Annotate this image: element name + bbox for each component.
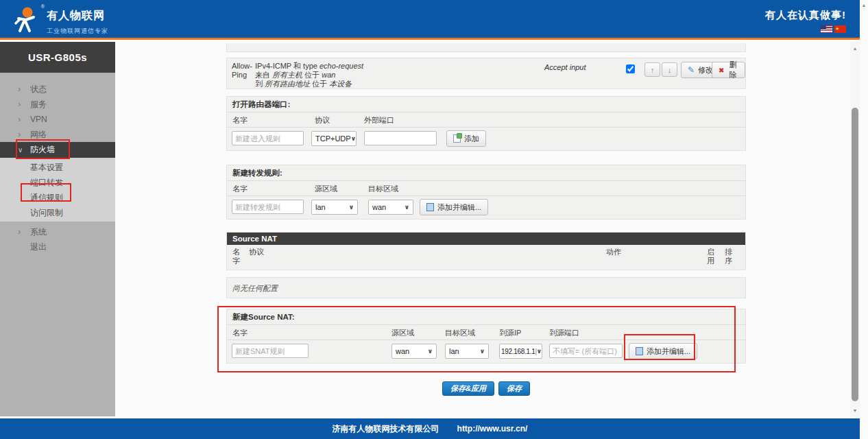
add-edit-snat-button[interactable]: 添加并编辑... xyxy=(629,343,697,359)
col-name: 名字 xyxy=(232,115,248,126)
snat-to-src-ip-combo[interactable]: 192.168.1.1 | ∨ xyxy=(499,344,542,359)
add-edit-forward-button[interactable]: 添加并编辑... xyxy=(420,199,488,215)
rule-enable-checkbox[interactable] xyxy=(626,64,635,73)
sidebar-item-label: 基本设置 xyxy=(30,162,63,174)
cn-flag-icon[interactable] xyxy=(834,25,846,33)
chevron-right-icon: › xyxy=(18,130,30,139)
sidebar-item-vpn[interactable]: › VPN xyxy=(0,112,115,127)
sidebar-item-traffic-rules[interactable]: 通信规则 xyxy=(0,190,115,205)
sidebar-item-system[interactable]: › 系统 xyxy=(0,224,115,239)
sidebar-item-label: 网络 xyxy=(30,129,47,141)
chevron-down-icon: ∨ xyxy=(537,348,542,355)
scroll-up-icon[interactable]: ▲ xyxy=(860,3,868,8)
content-scrollbar[interactable]: ▲ ▼ xyxy=(850,42,860,418)
move-up-button[interactable]: ↑ xyxy=(644,62,660,77)
brand-block: 有人物联网 工业物联网通信专家 xyxy=(47,9,108,36)
col-action: 动作 xyxy=(606,248,621,257)
pencil-icon: ✎ xyxy=(688,65,695,75)
col-to-src-port: 到源端口 xyxy=(549,328,579,338)
chevron-right-icon: › xyxy=(18,228,30,236)
sidebar-item-label: 防火墙 xyxy=(30,144,55,156)
col-enable: 启用 xyxy=(707,248,716,265)
source-nat-title: Source NAT xyxy=(227,233,745,245)
usr-logo-icon: ® xyxy=(9,5,43,36)
src-zone-select[interactable]: lan ∨ xyxy=(311,200,358,215)
dst-zone-select[interactable]: wan ∨ xyxy=(368,200,413,215)
col-dst-zone: 目标区域 xyxy=(368,184,398,194)
arrow-down-icon: ↓ xyxy=(668,66,672,74)
chevron-down-icon: ∨ xyxy=(428,348,433,355)
col-protocol: 协议 xyxy=(249,248,264,257)
us-flag-icon[interactable] xyxy=(821,25,832,33)
delete-rule-button[interactable]: ✖ 删除 xyxy=(712,62,745,78)
sidebar-item-access-limit[interactable]: 访问限制 xyxy=(0,205,115,220)
sidebar-item-label: 访问限制 xyxy=(30,207,63,219)
chevron-down-icon: ∨ xyxy=(18,146,30,154)
scroll-up-icon[interactable]: ▲ xyxy=(850,46,860,51)
add-port-rule-button[interactable]: 添加 xyxy=(446,130,486,147)
col-name: 名字 xyxy=(232,248,242,265)
sidebar-item-label: 状态 xyxy=(30,84,47,95)
slogan-block: 有人在认真做事! xyxy=(765,9,846,33)
footer-url[interactable]: http://www.usr.cn/ xyxy=(457,424,528,434)
col-sort: 排序 xyxy=(725,248,734,265)
new-snat-name-input[interactable] xyxy=(232,344,309,358)
col-ext-port: 外部端口 xyxy=(364,115,394,126)
brand-tagline: 工业物联网通信专家 xyxy=(47,27,108,36)
scrollbar-thumb[interactable] xyxy=(852,108,858,401)
save-apply-button[interactable]: 保存&应用 xyxy=(442,381,494,396)
snat-src-zone-select[interactable]: wan ∨ xyxy=(391,344,437,359)
delete-x-icon: ✖ xyxy=(719,67,724,74)
sidebar-item-label: 退出 xyxy=(30,241,47,253)
chevron-down-icon: ∨ xyxy=(405,204,409,211)
sidebar-item-port-forward[interactable]: 端口转发 xyxy=(0,175,115,190)
save-button[interactable]: 保存 xyxy=(498,381,530,396)
footer-company: 济南有人物联网技术有限公司 xyxy=(333,423,439,435)
protocol-select[interactable]: TCP+UDP ∨ xyxy=(311,131,357,146)
col-dst-zone: 目标区域 xyxy=(445,328,475,338)
page: ® 有人物联网 工业物联网通信专家 有人在认真做事! USR-G805s › 状… xyxy=(0,0,868,439)
arrow-up-icon: ↑ xyxy=(651,66,655,74)
ext-port-input[interactable] xyxy=(364,131,437,145)
snat-dst-zone-select[interactable]: lan ∨ xyxy=(445,344,489,359)
top-header: ® 有人物联网 工业物联网通信专家 有人在认真做事! xyxy=(0,0,860,40)
sidebar-item-label: 端口转发 xyxy=(30,177,63,189)
scroll-down-icon[interactable]: ▼ xyxy=(850,408,860,413)
section-title: 新建Source NAT: xyxy=(227,309,745,325)
registered-mark: ® xyxy=(41,4,45,9)
edit-sheet-icon xyxy=(636,347,643,355)
sidebar-item-label: 通信规则 xyxy=(30,192,63,204)
window-scrollbar[interactable]: ▲ xyxy=(860,0,868,439)
chevron-down-icon: ∨ xyxy=(351,135,356,142)
chevron-down-icon: ∨ xyxy=(480,348,485,355)
col-src-zone: 源区域 xyxy=(391,328,414,338)
device-model: USR-G805s xyxy=(0,42,115,73)
chevron-right-icon: › xyxy=(18,100,30,108)
section-title: 打开路由器端口: xyxy=(227,97,745,112)
sidebar: USR-G805s › 状态 › 服务 › VPN › 网络 ∨ 防火墙 xyxy=(0,42,115,416)
section-title: 新建转发规则: xyxy=(227,165,745,181)
page-footer: 济南有人物联网技术有限公司 http://www.usr.cn/ xyxy=(0,418,860,439)
sidebar-item-status[interactable]: › 状态 xyxy=(0,82,115,97)
move-down-button[interactable]: ↓ xyxy=(662,62,677,77)
forward-rule-section: 新建转发规则: 名字 源区域 目标区域 lan ∨ wan ∨ 添加并编辑... xyxy=(226,165,746,220)
edit-sheet-icon xyxy=(426,203,434,211)
chevron-right-icon: › xyxy=(18,85,30,93)
open-ports-section: 打开路由器端口: 名字 协议 外部端口 TCP+UDP ∨ 添加 xyxy=(226,96,746,151)
chevron-down-icon: ∨ xyxy=(349,204,354,211)
new-forward-name-input[interactable] xyxy=(232,200,304,214)
snat-to-src-port-input[interactable] xyxy=(549,344,623,358)
sidebar-item-logout[interactable]: 退出 xyxy=(0,239,115,254)
col-to-src-ip: 到源IP xyxy=(499,328,521,338)
chevron-right-icon: › xyxy=(18,115,30,123)
source-nat-table: Source NAT 名字 协议 动作 启用 排序 xyxy=(226,232,746,270)
sidebar-item-network[interactable]: › 网络 xyxy=(0,127,115,142)
col-name: 名字 xyxy=(232,184,248,194)
firewall-submenu: 基本设置 端口转发 通信规则 访问限制 xyxy=(0,158,115,222)
col-name: 名字 xyxy=(232,328,248,338)
sidebar-item-basic-settings[interactable]: 基本设置 xyxy=(0,160,115,175)
sidebar-item-services[interactable]: › 服务 xyxy=(0,97,115,112)
source-nat-empty-row: 尚无任何配置 xyxy=(226,277,746,298)
sidebar-item-firewall[interactable]: ∨ 防火墙 xyxy=(0,142,115,158)
new-rule-name-input[interactable] xyxy=(232,131,304,145)
